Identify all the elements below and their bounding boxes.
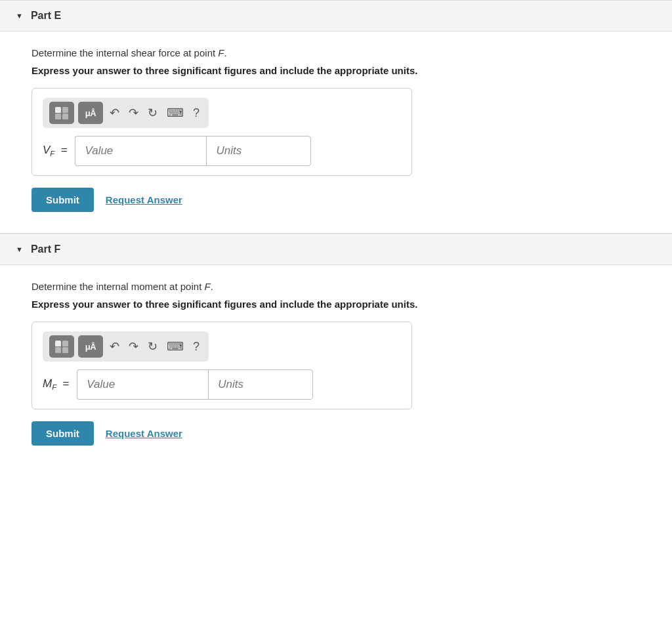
- part-f-help-button[interactable]: ?: [190, 339, 202, 355]
- part-e-mu-button[interactable]: μÅ: [78, 102, 103, 124]
- part-e-toolbar: μÅ ↶ ↷ ↻ ⌨ ?: [43, 98, 209, 128]
- part-f-content: Determine the internal moment at point F…: [0, 265, 672, 467]
- part-e-request-answer-button[interactable]: Request Answer: [106, 194, 182, 205]
- part-f-units-input[interactable]: [208, 369, 313, 400]
- part-f-request-answer-button[interactable]: Request Answer: [106, 428, 182, 439]
- part-f-section: ▼ Part F Determine the internal moment a…: [0, 234, 672, 467]
- part-e-help-button[interactable]: ?: [190, 105, 202, 121]
- part-e-keyboard-button[interactable]: ⌨: [164, 104, 186, 121]
- part-f-mu-button[interactable]: μÅ: [78, 335, 103, 358]
- svg-rect-1: [62, 107, 68, 113]
- part-e-answer-row: VF =: [43, 136, 401, 166]
- part-f-title: Part F: [31, 243, 60, 255]
- part-f-toolbar: μÅ ↶ ↷ ↻ ⌨ ?: [43, 331, 209, 362]
- part-e-submit-button[interactable]: Submit: [32, 188, 94, 212]
- svg-rect-5: [62, 341, 68, 346]
- part-e-grid-icon-button[interactable]: [49, 102, 74, 124]
- part-f-grid-icon-button[interactable]: [49, 335, 74, 358]
- part-f-answer-label: MF =: [43, 377, 69, 391]
- part-e-content: Determine the internal shear force at po…: [0, 31, 672, 233]
- svg-rect-6: [55, 347, 61, 353]
- part-f-undo-button[interactable]: ↶: [107, 338, 122, 355]
- part-f-reset-button[interactable]: ↻: [145, 338, 160, 355]
- part-e-chevron-icon[interactable]: ▼: [16, 12, 23, 20]
- part-e-title: Part E: [31, 10, 61, 22]
- part-e-value-input[interactable]: [75, 136, 206, 166]
- part-f-question: Determine the internal moment at point F…: [32, 281, 640, 292]
- part-e-answer-label: VF =: [43, 144, 67, 157]
- svg-rect-3: [62, 114, 68, 119]
- part-f-value-input[interactable]: [77, 369, 208, 400]
- part-f-redo-button[interactable]: ↷: [126, 338, 141, 355]
- part-f-header: ▼ Part F: [0, 234, 672, 265]
- part-f-input-box: μÅ ↶ ↷ ↻ ⌨ ?: [32, 322, 412, 409]
- part-f-answer-row: MF =: [43, 369, 401, 400]
- part-f-instruction: Express your answer to three significant…: [32, 299, 640, 310]
- part-e-header: ▼ Part E: [0, 0, 672, 31]
- part-e-undo-button[interactable]: ↶: [107, 104, 122, 121]
- svg-rect-4: [55, 341, 61, 346]
- part-e-reset-button[interactable]: ↻: [145, 104, 160, 121]
- part-f-submit-button[interactable]: Submit: [32, 421, 94, 446]
- part-e-question: Determine the internal shear force at po…: [32, 47, 640, 58]
- part-e-redo-button[interactable]: ↷: [126, 104, 141, 121]
- part-f-chevron-icon[interactable]: ▼: [16, 245, 23, 253]
- part-e-instruction: Express your answer to three significant…: [32, 65, 640, 76]
- part-f-keyboard-button[interactable]: ⌨: [164, 338, 186, 355]
- svg-rect-7: [62, 347, 68, 353]
- part-f-actions: Submit Request Answer: [32, 421, 640, 446]
- part-e-units-input[interactable]: [206, 136, 311, 166]
- svg-rect-0: [55, 107, 61, 113]
- part-e-input-box: μÅ ↶ ↷ ↻ ⌨ ?: [32, 88, 412, 176]
- part-e-actions: Submit Request Answer: [32, 188, 640, 212]
- svg-rect-2: [55, 114, 61, 119]
- part-e-section: ▼ Part E Determine the internal shear fo…: [0, 0, 672, 233]
